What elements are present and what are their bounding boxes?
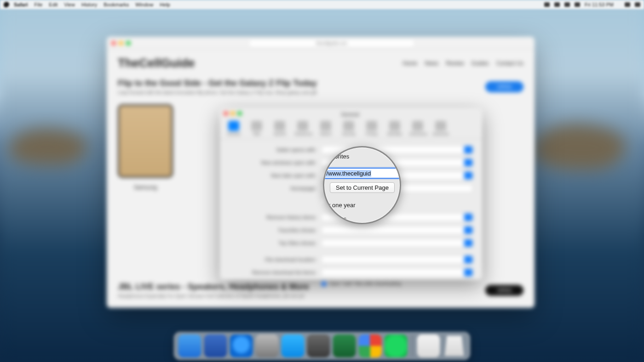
nav-contact[interactable]: Contact Us [496,60,523,67]
wallpaper-island-right [534,124,626,170]
label-new-windows: New windows open with: [229,160,316,165]
menu-edit[interactable]: Edit [49,2,58,7]
label-history: Remove history items: [229,215,316,220]
product-name: Samsung [118,184,173,191]
dock-excel-icon[interactable] [333,334,356,357]
zoom-set-current-page-button[interactable]: Set to Current Page [330,182,395,193]
menu-help[interactable]: Help [160,2,170,7]
dock-textedit-icon[interactable] [417,334,440,357]
status-icon[interactable] [544,2,550,7]
zoom-history-value: After one year [323,202,401,209]
apple-menu-icon[interactable] [4,2,9,7]
prefs-zoom-button[interactable] [237,111,242,116]
nav-news[interactable]: News [425,60,438,67]
macos-menubar: Safari File Edit View History Bookmarks … [0,0,644,9]
label-open-safe: Open "safe" files after downloading [329,281,401,286]
site-nav: Home News Review Guides Contact Us [402,60,523,67]
site-logo-title[interactable]: TheCellGuide [118,56,195,70]
prefs-title: General [242,110,458,117]
wallpaper-island-left [9,129,87,165]
prefs-close-button[interactable] [224,111,228,116]
safari-toolbar: thecellguide.com [107,37,535,50]
prefs-tab-advanced[interactable]: Advanced [432,121,449,136]
macos-dock [174,332,471,360]
nav-home[interactable]: Home [402,60,417,67]
dock-separator [412,334,413,356]
label-favorites-shows: Favorites shows: [229,227,316,233]
app-menu[interactable]: Safari [14,2,28,7]
window-minimize-button[interactable] [119,41,123,45]
status-icon[interactable] [554,2,560,7]
label-new-tabs: New tabs open with: [229,173,316,178]
select-dl-location[interactable] [321,255,473,264]
select-topsites[interactable] [321,239,473,247]
url-text: thecellguide.com [316,41,347,45]
prefs-tab-extensions[interactable]: Extensions [409,121,426,136]
menu-bookmarks[interactable]: Bookmarks [104,2,129,7]
menu-window[interactable]: Window [135,2,153,7]
prefs-tab-autofill[interactable]: AutoFill [271,121,288,136]
dock-appstore-icon[interactable] [282,334,305,357]
menu-file[interactable]: File [34,2,43,7]
prefs-tab-bar: General Tabs AutoFill Passwords Search S… [220,117,482,139]
dock-word-icon[interactable] [204,334,227,357]
dock-finder-icon[interactable] [178,334,201,357]
label-open-with: Safari opens with: [229,147,316,153]
dock-settings-icon[interactable] [307,334,330,357]
window-close-button[interactable] [111,41,116,45]
ad1-subtitle: Leap forward with the latest innovative … [118,90,317,95]
menubar-clock[interactable]: Fri 11:53 PM [585,2,614,7]
wifi-icon[interactable] [564,2,570,7]
ad2-open-button[interactable]: OPEN [485,285,523,296]
product-image[interactable] [118,104,173,178]
select-favorites-shows[interactable] [321,226,473,234]
prefs-tab-search[interactable]: Search [317,121,334,136]
notifications-icon[interactable] [635,2,640,7]
checkbox-open-safe[interactable] [321,281,327,287]
ad1-title: Flip to the Good Side - Get the Galaxy Z… [118,79,317,88]
label-homepage: Homepage: [229,186,316,191]
dock-trash-icon[interactable] [443,334,466,357]
battery-icon[interactable] [575,2,580,7]
ad1-open-button[interactable]: OPEN [485,81,523,92]
magnifier-callout: vorites https://www.thecellguid Set to C… [323,146,401,224]
search-icon[interactable] [625,2,630,7]
safari-address-bar[interactable]: thecellguide.com [249,39,414,47]
nav-guides[interactable]: Guides [472,60,489,67]
prefs-tab-passwords[interactable]: Passwords [294,121,311,136]
prefs-tab-security[interactable]: Security [340,121,357,136]
select-dl-remove[interactable] [321,268,473,277]
menu-history[interactable]: History [81,2,97,7]
dock-chrome-icon[interactable] [359,334,382,357]
menu-view[interactable]: View [64,2,75,7]
dock-safari-icon[interactable] [230,334,253,357]
prefs-minimize-button[interactable] [230,111,235,116]
ad2-subtitle: Headphones Especially For Sport. Browse … [118,294,309,299]
dock-preview-icon[interactable] [256,334,279,357]
dock-spotify-icon[interactable] [385,334,408,357]
prefs-tab-general[interactable]: General [225,121,242,136]
prefs-tab-websites[interactable]: Websites [386,121,403,136]
label-dl-remove: Remove download list items: [229,270,316,275]
nav-review[interactable]: Review [446,60,464,67]
prefs-tab-tabs[interactable]: Tabs [248,121,265,136]
window-zoom-button[interactable] [126,41,131,45]
menubar-status-area: Fri 11:53 PM [544,2,640,7]
zoom-homepage-input[interactable]: https://www.thecellguid [323,168,401,179]
macos-desktop: Safari File Edit View History Bookmarks … [0,0,644,362]
label-topsites: Top Sites shows: [229,240,316,246]
label-dl-location: File download location: [229,257,316,262]
prefs-tab-privacy[interactable]: Privacy [363,121,380,136]
